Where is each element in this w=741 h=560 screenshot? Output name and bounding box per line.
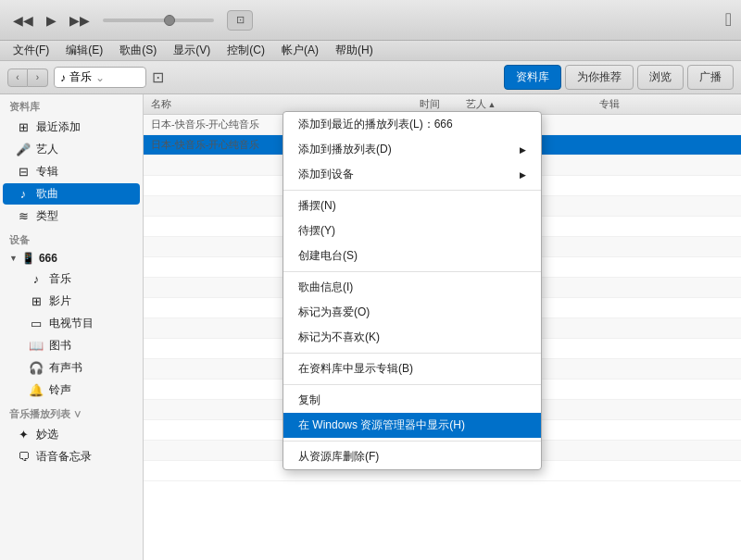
tab-browse[interactable]: 浏览 xyxy=(637,65,684,90)
header-time: 时间 xyxy=(420,97,466,111)
header-name: 名称 xyxy=(151,97,420,111)
rewind-button[interactable]: ◀◀ xyxy=(9,11,37,30)
voice-memos-icon: 🗨 xyxy=(16,450,31,464)
back-button[interactable]: ‹ xyxy=(7,68,28,87)
nav-arrows: ‹ › xyxy=(7,68,48,87)
sidebar-item-device-music[interactable]: ♪ 音乐 xyxy=(3,268,140,290)
main-layout: 资料库 ⊞ 最近添加 🎤 艺人 ⊟ 专辑 ♪ 歌曲 ≋ 类型 设备 ▼ 📱 66… xyxy=(0,94,741,560)
device-name: 666 xyxy=(39,252,57,265)
source-selector[interactable]: ♪ 音乐 ⌄ xyxy=(54,67,146,88)
source-icon: ♪ xyxy=(60,71,66,84)
devices-section-label: 设备 xyxy=(0,228,143,249)
device-movies-icon: ⊞ xyxy=(29,294,44,308)
sidebar-item-genres[interactable]: ≋ 类型 xyxy=(3,205,140,227)
albums-label: 专辑 xyxy=(36,164,58,180)
recent-icon: ⊞ xyxy=(16,120,31,134)
library-section-label: 资料库 xyxy=(0,94,143,116)
device-icon[interactable]: ⊡ xyxy=(152,68,164,86)
genius-label: 妙选 xyxy=(36,427,58,442)
device-audiobooks-label: 有声书 xyxy=(49,360,82,376)
device-ringtones-icon: 🔔 xyxy=(29,383,44,397)
artists-label: 艺人 xyxy=(36,142,58,157)
nav-bar: ‹ › ♪ 音乐 ⌄ ⊡ 资料库 为你推荐 浏览 广播 xyxy=(0,61,741,94)
sort-arrow-icon: ▲ xyxy=(488,100,496,109)
menu-bar: 文件(F) 编辑(E) 歌曲(S) 显示(V) 控制(C) 帐户(A) 帮助(H… xyxy=(0,41,741,61)
device-music-icon: ♪ xyxy=(29,272,44,286)
ctx-play-next[interactable]: 播摆(N) xyxy=(283,193,541,218)
ctx-add-to-device[interactable]: 添加到设备 xyxy=(283,162,541,187)
ctx-separator-1 xyxy=(283,190,541,191)
forward-button[interactable]: ▶▶ xyxy=(66,11,94,30)
airplay-button[interactable]: ⊡ xyxy=(227,10,253,31)
ctx-separator-4 xyxy=(283,384,541,385)
recent-label: 最近添加 xyxy=(36,119,81,135)
menu-file[interactable]: 文件(F) xyxy=(6,41,57,60)
sidebar-item-device-tv[interactable]: ▭ 电视节目 xyxy=(3,313,140,334)
sidebar-item-artists[interactable]: 🎤 艺人 xyxy=(3,139,140,160)
sidebar-item-voice-memos[interactable]: 🗨 语音备忘录 xyxy=(3,446,140,467)
ctx-duplicate[interactable]: 复制 xyxy=(283,388,541,413)
sidebar-item-device-movies[interactable]: ⊞ 影片 xyxy=(3,291,140,312)
source-arrow: ⌄ xyxy=(95,71,105,84)
ctx-play-later[interactable]: 待摆(Y) xyxy=(283,218,541,243)
device-tv-icon: ▭ xyxy=(29,317,44,330)
menu-help[interactable]: 帮助(H) xyxy=(328,41,381,60)
device-books-label: 图书 xyxy=(49,338,71,354)
play-button[interactable]: ▶ xyxy=(43,11,60,30)
device-ringtones-label: 铃声 xyxy=(49,382,71,398)
device-tv-label: 电视节目 xyxy=(49,316,94,331)
forward-nav-button[interactable]: › xyxy=(28,68,48,87)
device-row[interactable]: ▼ 📱 666 xyxy=(0,249,143,268)
sidebar-item-songs[interactable]: ♪ 歌曲 xyxy=(3,183,140,205)
tab-radio[interactable]: 广播 xyxy=(687,65,734,90)
sidebar-item-device-audiobooks[interactable]: 🎧 有声书 xyxy=(3,357,140,379)
ctx-dislike[interactable]: 标记为不喜欢(K) xyxy=(283,325,541,350)
menu-songs[interactable]: 歌曲(S) xyxy=(112,41,164,60)
device-music-label: 音乐 xyxy=(49,271,71,287)
sidebar-item-device-ringtones[interactable]: 🔔 铃声 xyxy=(3,380,140,401)
ctx-love[interactable]: 标记为喜爱(O) xyxy=(283,300,541,325)
ctx-separator-5 xyxy=(283,441,541,442)
airplay-icon: ⊡ xyxy=(236,14,245,26)
sidebar: 资料库 ⊞ 最近添加 🎤 艺人 ⊟ 专辑 ♪ 歌曲 ≋ 类型 设备 ▼ 📱 66… xyxy=(0,94,144,560)
sidebar-item-device-books[interactable]: 📖 图书 xyxy=(3,335,140,356)
progress-track[interactable] xyxy=(103,19,214,22)
ctx-song-info[interactable]: 歌曲信息(I) xyxy=(283,275,541,300)
transport-bar: ◀◀ ▶ ▶▶ ⊡  xyxy=(0,0,741,41)
ctx-show-in-explorer[interactable]: 在 Windows 资源管理器中显示(H) xyxy=(283,413,541,438)
menu-view[interactable]: 显示(V) xyxy=(166,41,218,60)
device-triangle: ▼ xyxy=(9,254,18,263)
context-menu: 添加到最近的播放列表(L)：666 添加到播放列表(D) 添加到设备 播摆(N)… xyxy=(283,111,542,470)
ctx-delete[interactable]: 从资源库删除(F) xyxy=(283,444,541,469)
device-phone-icon: 📱 xyxy=(21,252,35,265)
sidebar-item-recent[interactable]: ⊞ 最近添加 xyxy=(3,117,140,138)
playlists-section-label[interactable]: 音乐播放列表 ∨ xyxy=(0,402,143,423)
sidebar-item-albums[interactable]: ⊟ 专辑 xyxy=(3,161,140,182)
device-books-icon: 📖 xyxy=(29,339,44,353)
ctx-create-station[interactable]: 创建电台(S) xyxy=(283,243,541,268)
genius-icon: ✦ xyxy=(16,428,31,442)
ctx-add-recent-playlist[interactable]: 添加到最近的播放列表(L)：666 xyxy=(283,112,541,137)
sidebar-item-genius[interactable]: ✦ 妙选 xyxy=(3,424,140,445)
voice-memos-label: 语音备忘录 xyxy=(36,449,92,465)
ctx-add-to-playlist[interactable]: 添加到播放列表(D) xyxy=(283,137,541,162)
songs-label: 歌曲 xyxy=(36,186,58,202)
nav-right: 资料库 为你推荐 浏览 广播 xyxy=(504,65,734,90)
ctx-separator-3 xyxy=(283,353,541,354)
menu-control[interactable]: 控制(C) xyxy=(220,41,272,60)
menu-account[interactable]: 帐户(A) xyxy=(274,41,326,60)
artists-icon: 🎤 xyxy=(16,143,31,156)
menu-edit[interactable]: 编辑(E) xyxy=(58,41,110,60)
ctx-separator-2 xyxy=(283,271,541,272)
source-label: 音乐 xyxy=(69,69,92,85)
ctx-show-album[interactable]: 在资料库中显示专辑(B) xyxy=(283,356,541,381)
device-movies-label: 影片 xyxy=(49,293,71,309)
songs-icon: ♪ xyxy=(16,187,31,201)
content-area: 名称 时间 艺人 ▲ 专辑 日本-快音乐-开心纯音乐 1:09 日本-快音乐-开… xyxy=(144,94,741,560)
albums-icon: ⊟ xyxy=(16,165,31,179)
tab-library[interactable]: 资料库 xyxy=(504,65,561,90)
device-audiobooks-icon: 🎧 xyxy=(29,361,44,375)
header-artist: 艺人 ▲ xyxy=(466,97,600,111)
tab-recommended[interactable]: 为你推荐 xyxy=(565,65,634,90)
genres-label: 类型 xyxy=(36,208,58,224)
